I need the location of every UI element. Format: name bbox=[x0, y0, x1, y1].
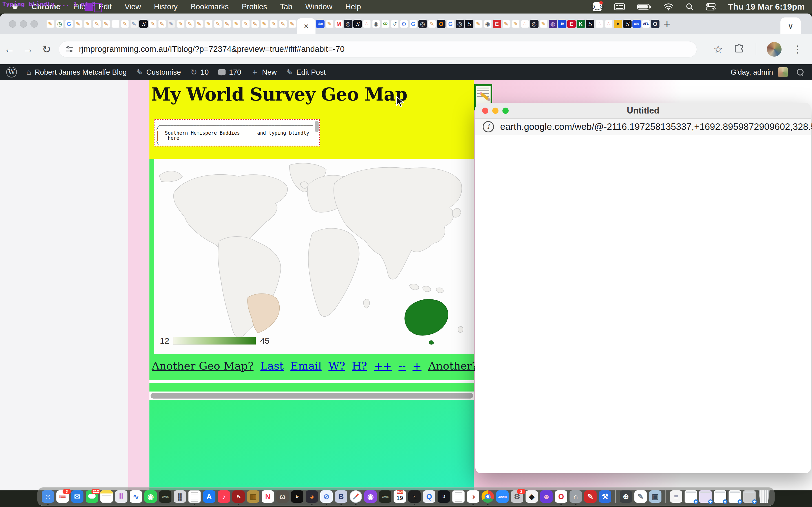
forward-button[interactable]: → bbox=[18, 43, 37, 55]
browser-tab-pencil-favicon[interactable]: ✎ bbox=[157, 15, 167, 33]
dock-paint-app[interactable]: ◑ bbox=[467, 490, 479, 503]
bbedit-icon[interactable]: B bbox=[335, 490, 347, 503]
browser-tab-pencil-favicon[interactable]: ✎ bbox=[511, 15, 520, 33]
intellij-icon[interactable]: IJ bbox=[438, 490, 450, 503]
browser-tab-sdark-favicon[interactable]: S bbox=[585, 15, 595, 33]
dock-launchpad[interactable]: ⠿ bbox=[115, 490, 128, 503]
edit-post-label[interactable]: Edit Post bbox=[296, 68, 326, 76]
comments-count[interactable]: 170 bbox=[229, 68, 241, 76]
opera-icon[interactable]: O bbox=[555, 490, 567, 503]
exec-app-icon[interactable]: exec bbox=[159, 490, 171, 503]
dock-filezilla[interactable]: Fz bbox=[232, 490, 245, 503]
dock-textedit[interactable] bbox=[188, 490, 201, 503]
gimp-icon[interactable]: ω bbox=[276, 490, 289, 503]
dock-minimized-window-2[interactable] bbox=[699, 490, 712, 503]
browser-tab-pencil-favicon[interactable]: ✎ bbox=[260, 15, 269, 33]
link-another-geo-map-[interactable]: Another Geo Map? bbox=[152, 360, 253, 372]
zoom-icon[interactable]: zoom bbox=[496, 490, 509, 503]
browser-tab-dots-favicon[interactable]: ∴ bbox=[520, 15, 529, 33]
browser-tab-pencil-favicon[interactable]: ✎ bbox=[539, 15, 548, 33]
dock-keypad-app[interactable]: ⣿ bbox=[174, 490, 186, 503]
browser-tab-pencil-favicon[interactable]: ✎ bbox=[502, 15, 511, 33]
browser-tab-google-favicon[interactable]: G bbox=[409, 15, 418, 33]
menu-help[interactable]: Help bbox=[345, 3, 361, 11]
region-africa[interactable] bbox=[308, 228, 359, 317]
dock-minimized-window-1[interactable] bbox=[684, 490, 697, 503]
quicktime-icon[interactable]: Q bbox=[423, 490, 435, 503]
chrome-menu-icon[interactable]: ⋮ bbox=[792, 43, 802, 55]
new-label[interactable]: New bbox=[262, 68, 277, 76]
tab-overflow-chevron-icon[interactable]: ∨ bbox=[780, 17, 801, 34]
dock-bbedit[interactable]: B bbox=[335, 490, 347, 503]
minimized-window-5-icon[interactable] bbox=[743, 490, 756, 503]
country-australia[interactable] bbox=[405, 299, 448, 335]
browser-tab-pencil-favicon[interactable]: ✎ bbox=[185, 15, 195, 33]
browser-tab-dots-favicon[interactable]: ∴ bbox=[362, 15, 371, 33]
browser-tab-blank-favicon[interactable] bbox=[111, 15, 120, 33]
accessibility-app-icon[interactable]: ⊕ bbox=[620, 490, 632, 503]
link--[interactable]: ++ bbox=[374, 360, 392, 372]
browser-tab-pencil-favicon[interactable]: ✎ bbox=[204, 15, 213, 33]
wordpress-logo-icon[interactable]: W bbox=[6, 67, 17, 77]
site-name[interactable]: Robert James Metcalfe Blog bbox=[35, 68, 127, 76]
dock-trash[interactable] bbox=[758, 490, 770, 503]
admin-avatar[interactable] bbox=[778, 67, 788, 77]
mail-icon[interactable]: ✉ bbox=[71, 490, 84, 503]
dock-libreoffice[interactable] bbox=[452, 490, 465, 503]
tooth-app-icon[interactable]: ∩ bbox=[569, 490, 582, 503]
red-pencil-app-icon[interactable]: ✎ bbox=[584, 490, 597, 503]
region-alaska[interactable] bbox=[159, 171, 183, 182]
dock-podcasts[interactable]: ◉ bbox=[364, 490, 377, 503]
menu-view[interactable]: View bbox=[124, 3, 141, 11]
menubar-app-logo-icon[interactable]: ʘ‿ʘ bbox=[593, 2, 602, 11]
bookmark-star-icon[interactable]: ☆ bbox=[713, 43, 723, 55]
active-tab[interactable]: × bbox=[297, 18, 315, 34]
browser-tab-purple-favicon[interactable]: ◍ bbox=[548, 15, 557, 33]
admin-new[interactable]: ＋ New bbox=[251, 67, 277, 77]
keyboard-icon[interactable] bbox=[614, 3, 625, 11]
notes-icon[interactable] bbox=[100, 490, 113, 503]
browser-tab-target-favicon[interactable]: ◎ bbox=[529, 15, 539, 33]
dock-finder[interactable]: ☺ bbox=[42, 490, 54, 503]
dock-chrome[interactable] bbox=[481, 490, 494, 503]
dock-ledger-app[interactable]: ▥ bbox=[247, 490, 259, 503]
url-text[interactable]: rjmprogramming.com.au/ITblog/?p=72374&pr… bbox=[79, 45, 345, 54]
browser-tab-ten-favicon[interactable]: 10 bbox=[557, 15, 567, 33]
wifi-icon[interactable] bbox=[664, 3, 673, 10]
dock-downloads-stack[interactable]: ≡ bbox=[670, 490, 682, 503]
browser-tab-pencil-favicon[interactable]: ✎ bbox=[73, 15, 83, 33]
browser-tab-pencil2-favicon[interactable]: ✎ bbox=[130, 15, 139, 33]
region-japan[interactable] bbox=[453, 209, 461, 217]
browser-tab-ered2-favicon[interactable]: E bbox=[567, 15, 576, 33]
customise-label[interactable]: Customise bbox=[146, 68, 181, 76]
dock-exec-app-2[interactable]: exec bbox=[379, 490, 391, 503]
dock-freeform[interactable]: ∿ bbox=[130, 490, 142, 503]
site-settings-icon[interactable] bbox=[65, 45, 74, 54]
dock-quicktime[interactable]: Q bbox=[423, 490, 435, 503]
dock-minimized-window-4[interactable] bbox=[728, 490, 741, 503]
browser-tab-pencil-favicon[interactable]: ✎ bbox=[213, 15, 222, 33]
browser-tab-gmail-favicon[interactable]: M bbox=[334, 15, 343, 33]
link-email[interactable]: Email bbox=[290, 360, 322, 372]
browser-tab-sdark-favicon[interactable]: S bbox=[622, 15, 632, 33]
dock-messages[interactable]: 212 bbox=[86, 490, 98, 503]
minimized-window-2-icon[interactable] bbox=[699, 490, 712, 503]
paint-app-icon[interactable]: ◑ bbox=[467, 490, 479, 503]
browser-tab-ybolt-favicon[interactable]: ✦ bbox=[613, 15, 622, 33]
browser-tab-pencil-favicon[interactable]: ✎ bbox=[83, 15, 92, 33]
facetime-icon[interactable]: ◉ bbox=[144, 490, 157, 503]
dock-opera[interactable]: O bbox=[555, 490, 567, 503]
menu-tab[interactable]: Tab bbox=[280, 3, 292, 11]
menu-profiles[interactable]: Profiles bbox=[242, 3, 267, 11]
terminal-icon[interactable]: >_ bbox=[408, 490, 421, 503]
browser-tab-kgreen-favicon[interactable]: K bbox=[576, 15, 585, 33]
spotlight-search-icon[interactable] bbox=[686, 3, 694, 11]
profile-avatar[interactable] bbox=[767, 42, 781, 57]
country-tasmania[interactable] bbox=[429, 341, 434, 344]
info-icon[interactable]: i bbox=[483, 121, 494, 132]
news-icon[interactable]: N bbox=[262, 490, 274, 503]
browser-tab-pencil-favicon[interactable]: ✎ bbox=[176, 15, 185, 33]
iframe-scrollbar-strip[interactable] bbox=[468, 159, 474, 354]
keypad-app-icon[interactable]: ⣿ bbox=[174, 490, 186, 503]
browser-tab-pencil-favicon[interactable]: ✎ bbox=[46, 15, 55, 33]
